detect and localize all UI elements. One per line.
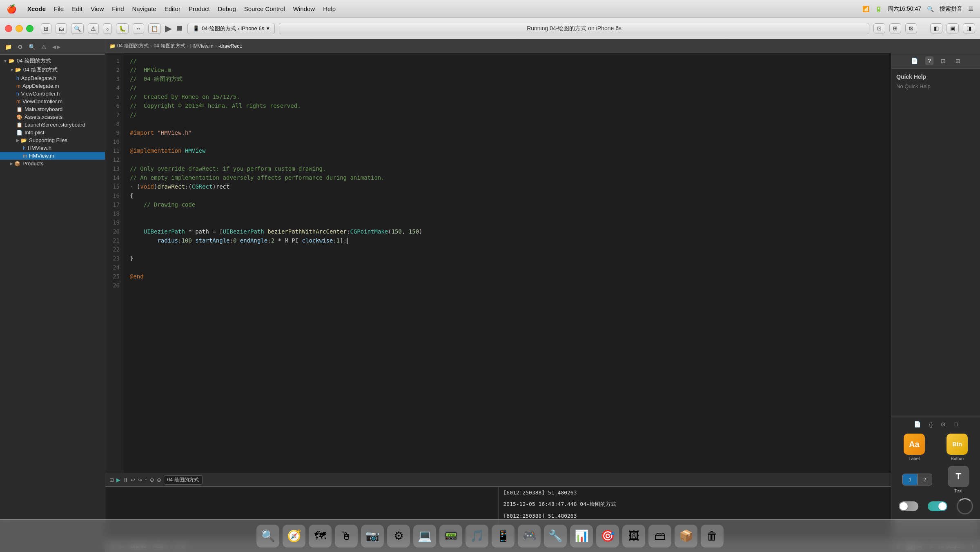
test-btn[interactable]: ⬦ (103, 23, 112, 34)
menu-edit[interactable]: Edit (72, 5, 82, 12)
editor-icon-step-out[interactable]: ↑ (145, 477, 147, 483)
editor-icon-pause[interactable]: ⏸ (123, 477, 128, 483)
segment-2[interactable]: 2 (917, 474, 932, 485)
menu-xcode[interactable]: Xcode (27, 5, 46, 12)
obj-lib-file-tab[interactable]: 📄 (911, 420, 923, 429)
menu-find[interactable]: Find (112, 5, 124, 12)
attributes-inspector-tab[interactable]: ⊞ (953, 56, 963, 65)
obj-lib-button-item[interactable]: Btn Button (947, 434, 968, 461)
scheme-selector[interactable]: 📱 04-绘图的方式 › iPhone 6s ▾ (187, 23, 275, 34)
dock-mouse[interactable]: 🖱 (335, 525, 358, 548)
editor-icon-step-over[interactable]: ↩ (131, 477, 135, 483)
obj-lib-code-tab[interactable]: {} (927, 420, 935, 429)
nav-forward[interactable]: ▶ (57, 44, 60, 50)
navigator-panel-btn[interactable]: ◧ (930, 23, 942, 33)
dock-music[interactable]: 🎵 (466, 525, 488, 548)
dock-trash[interactable]: 🗑 (701, 525, 724, 548)
menu-product[interactable]: Product (189, 5, 210, 12)
tree-group[interactable]: ▼ 📂 04-绘图的方式 (0, 65, 105, 74)
editor-icon-step-in[interactable]: ↪ (138, 477, 142, 483)
breadcrumb-part4[interactable]: -drawRect: (218, 43, 242, 49)
obj-lib-media-tab[interactable]: □ (951, 420, 960, 429)
dock-xcode[interactable]: ⚙ (387, 525, 410, 548)
log-btn[interactable]: 📋 (148, 23, 161, 34)
editor-icon-grid[interactable]: ⊡ (109, 477, 114, 483)
dock-apps7[interactable]: 🗃 (648, 525, 671, 548)
sidebar-item-mainstoryboard[interactable]: 📋 Main.storyboard (0, 105, 105, 113)
dock-apps6[interactable]: 🖼 (622, 525, 645, 548)
search-icon[interactable]: 🔍 (927, 6, 934, 12)
menu-extra[interactable]: ☰ (968, 6, 973, 12)
identity-inspector-tab[interactable]: ⊡ (938, 56, 948, 65)
dock-apps4[interactable]: 📊 (570, 525, 593, 548)
breadcrumb-part3[interactable]: HMView.m (190, 43, 214, 49)
dock-apps2[interactable]: 🎮 (518, 525, 541, 548)
menu-file[interactable]: File (54, 5, 64, 12)
menu-debug[interactable]: Debug (218, 5, 236, 12)
menu-view[interactable]: View (91, 5, 104, 12)
toggle-on-switch[interactable] (928, 501, 947, 511)
utility-panel-btn[interactable]: ◨ (963, 23, 975, 33)
code-scroll[interactable]: 1 2 3 4 5 6 7 8 9 10 11 12 13 (105, 53, 891, 473)
minimize-button[interactable] (16, 25, 23, 32)
sidebar-item-assets[interactable]: 🎨 Assets.xcassets (0, 113, 105, 121)
sidebar-item-launchscreen[interactable]: 📋 LaunchScreen.storyboard (0, 121, 105, 129)
dock-console[interactable]: 📟 (439, 525, 462, 548)
stop-button[interactable]: ⏹ (176, 24, 183, 33)
dock-maps[interactable]: 🗺 (309, 525, 332, 548)
obj-lib-text-item[interactable]: T Text (948, 466, 969, 493)
dock-apps3[interactable]: 🔧 (544, 525, 567, 548)
sidebar-item-viewcontrollerh[interactable]: h ViewController.h (0, 90, 105, 98)
menu-navigate[interactable]: Navigate (132, 5, 156, 12)
breadcrumb-part2[interactable]: 04-绘图的方式 (154, 42, 185, 49)
std-editor-btn[interactable]: ⊡ (873, 23, 885, 33)
dock-apps1[interactable]: 📱 (492, 525, 514, 548)
debug-panel-btn[interactable]: ▣ (947, 23, 959, 33)
sidebar-toggle-btn[interactable]: ⊞ (41, 23, 51, 34)
toggle-off-switch[interactable] (899, 501, 918, 511)
sidebar-item-supporting[interactable]: ▶ 📂 Supporting Files (0, 136, 105, 144)
version-editor-btn[interactable]: ⊠ (905, 23, 917, 33)
obj-lib-label-item[interactable]: Aa Label (904, 434, 925, 461)
menu-source-control[interactable]: Source Control (244, 5, 285, 12)
breadcrumb-part1[interactable]: 04-绘图的方式 (117, 42, 149, 49)
issue-btn[interactable]: ⚠ (88, 23, 99, 34)
quick-help-tab[interactable]: ? (925, 56, 933, 65)
search-nav-btn[interactable]: 🔍 (71, 23, 84, 34)
folder-icon[interactable]: 📁 (3, 43, 13, 51)
obj-lib-obj-tab[interactable]: ⊙ (938, 420, 948, 429)
vcs-icon[interactable]: ⚙ (16, 43, 24, 51)
maximize-button[interactable] (26, 25, 33, 32)
navigator-btn[interactable]: 🗂 (56, 23, 67, 34)
run-button[interactable]: ▶ (165, 23, 172, 34)
warning-icon[interactable]: ⚠ (40, 43, 48, 51)
sidebar-item-viewcontrollerm[interactable]: m ViewController.m (0, 98, 105, 105)
sidebar-item-appdelegatem[interactable]: m AppDelegate.m (0, 82, 105, 90)
editor-icon-viewdebug[interactable]: ⊕ (150, 477, 154, 483)
debug-nav-btn[interactable]: 🐛 (116, 23, 129, 34)
menu-editor[interactable]: Editor (165, 5, 180, 12)
dock-apps8[interactable]: 📦 (675, 525, 697, 548)
spotlight-search[interactable]: 搜索拼音 (940, 5, 962, 13)
close-button[interactable] (5, 25, 12, 32)
dock-finder[interactable]: 🔍 (256, 525, 279, 548)
code-lines[interactable]: // // HMView.m // 04-绘图的方式 // // Created… (123, 53, 891, 473)
apple-menu[interactable]: 🍎 (7, 4, 17, 14)
file-inspector-tab[interactable]: 📄 (909, 56, 920, 65)
nav-back[interactable]: ◀ (52, 44, 56, 50)
breakpoint-btn[interactable]: ↔ (133, 23, 144, 34)
menu-help[interactable]: Help (323, 5, 336, 12)
sidebar-item-infoplist[interactable]: 📄 Info.plist (0, 129, 105, 136)
editor-icon-simulate[interactable]: ⊖ (157, 477, 161, 483)
sidebar-item-hmviewm[interactable]: m HMView.m (0, 152, 105, 160)
code-editor[interactable]: 1 2 3 4 5 6 7 8 9 10 11 12 13 (105, 53, 891, 540)
segment-1[interactable]: 1 (903, 474, 917, 485)
search-sidebar-icon[interactable]: 🔍 (27, 43, 37, 51)
obj-lib-segment-item[interactable]: 1 2 (902, 474, 932, 485)
sidebar-item-hmviewh[interactable]: h HMView.h (0, 144, 105, 152)
dock-camera[interactable]: 📷 (361, 525, 384, 548)
menu-window[interactable]: Window (293, 5, 315, 12)
tree-root[interactable]: ▼ 📂 04-绘图的方式 (0, 56, 105, 65)
dock-terminal[interactable]: 💻 (413, 525, 436, 548)
dock-safari[interactable]: 🧭 (283, 525, 305, 548)
